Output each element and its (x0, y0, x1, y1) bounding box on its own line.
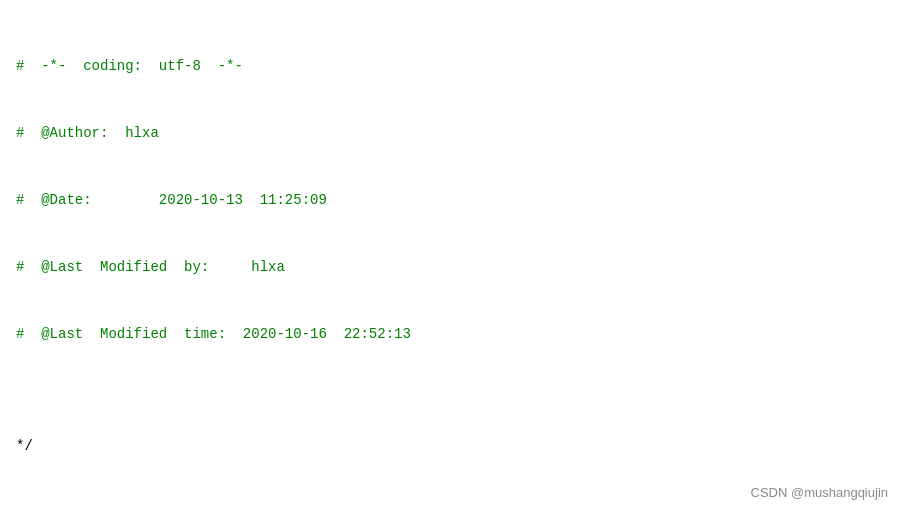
line-5: # @Last Modified time: 2020-10-16 22:52:… (16, 323, 888, 345)
line-4: # @Last Modified by: hlxa (16, 256, 888, 278)
line-2: # @Author: hlxa (16, 122, 888, 144)
line-1: # -*- coding: utf-8 -*- (16, 55, 888, 77)
line-3: # @Date: 2020-10-13 11:25:09 (16, 189, 888, 211)
watermark: CSDN @mushangqiujin (751, 485, 888, 500)
code-block: # -*- coding: utf-8 -*- # @Author: hlxa … (0, 0, 904, 510)
line-7: */ (16, 435, 888, 457)
